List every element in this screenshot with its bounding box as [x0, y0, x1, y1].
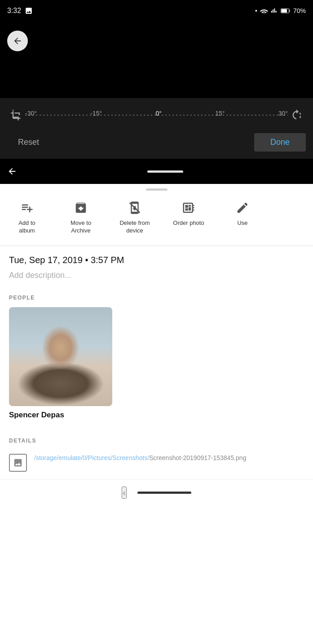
order-photo-icon	[181, 200, 197, 216]
file-icon	[9, 454, 27, 472]
add-album-icon	[19, 200, 35, 216]
rotation-scale: -30° -15° 0° 15° 30°	[7, 106, 306, 124]
add-description[interactable]: Add description...	[9, 271, 304, 280]
add-album-label: Add toalbum	[18, 219, 35, 235]
person-name[interactable]: Spencer Depas	[9, 411, 304, 420]
bottom-nav: ‹	[0, 479, 313, 506]
use-as-icon	[234, 200, 251, 216]
nav-back-button[interactable]	[7, 166, 17, 176]
person-face-photo	[9, 307, 112, 406]
photo-date: Tue, Sep 17, 2019 • 3:57 PM	[9, 255, 304, 265]
archive-icon	[73, 200, 89, 216]
people-section: PEOPLE Spencer Depas	[0, 295, 313, 429]
back-button[interactable]	[7, 31, 28, 51]
action-add-to-album[interactable]: Add toalbum	[0, 196, 54, 238]
gallery-icon	[25, 7, 33, 15]
photo-info-section: Tue, Sep 17, 2019 • 3:57 PM Add descript…	[0, 246, 313, 295]
svg-rect-2	[281, 9, 287, 12]
person-thumbnail[interactable]	[9, 307, 112, 406]
crop-icon[interactable]	[7, 106, 25, 124]
rotation-track[interactable]: -30° -15° 0° 15° 30°	[25, 110, 288, 121]
rotate-icon[interactable]	[288, 106, 306, 124]
done-button[interactable]: Done	[254, 133, 306, 152]
rotation-zero: 0°	[155, 110, 161, 117]
action-delete-from-device[interactable]: Delete fromdevice	[108, 196, 162, 238]
status-left: 3:32	[7, 7, 33, 15]
signal-icon	[271, 8, 278, 14]
action-order-photo[interactable]: Order photo	[162, 196, 216, 238]
rotation-bar: -30° -15° 0° 15° 30° Reset Done	[0, 98, 313, 159]
file-path: /storage/emulate/0/Pictures/Screenshots/…	[34, 454, 246, 463]
action-move-to-archive[interactable]: Move toArchive	[54, 196, 108, 238]
use-as-label: Use	[237, 219, 247, 227]
nav-bar	[0, 159, 313, 184]
bottom-pill	[137, 492, 191, 494]
details-section-header: DETAILS	[9, 438, 304, 444]
battery-percent: 70%	[293, 7, 306, 14]
status-bar: 3:32 • 70%	[0, 0, 313, 22]
file-name-text: Screenshot-20190917-153845.png	[149, 454, 246, 461]
dot-indicator: •	[255, 7, 257, 14]
status-time: 3:32	[7, 7, 21, 15]
delete-device-label: Delete fromdevice	[119, 219, 150, 235]
reset-button[interactable]: Reset	[7, 134, 50, 151]
rotation-actions: Reset Done	[7, 131, 306, 153]
rotation-plus30: 30°	[278, 110, 288, 117]
sheet-handle	[146, 188, 168, 191]
rotation-minus15: -15°	[90, 110, 102, 117]
people-section-header: PEOPLE	[9, 295, 304, 301]
file-details-row: /storage/emulate/0/Pictures/Screenshots/…	[9, 450, 304, 475]
rotation-minus30: -30°	[25, 110, 37, 117]
details-section: DETAILS /storage/emulate/0/Pictures/Scre…	[0, 429, 313, 479]
action-use-as[interactable]: Use	[216, 196, 269, 238]
status-right: • 70%	[255, 7, 306, 14]
svg-point-0	[263, 13, 265, 14]
sheet-handle-container	[0, 184, 313, 192]
rotation-plus15: 15°	[215, 110, 225, 117]
order-photo-label: Order photo	[173, 219, 204, 227]
bottom-back-button[interactable]: ‹	[122, 487, 127, 499]
file-path-text: /storage/emulate/0/Pictures/Screenshots/	[34, 454, 149, 461]
image-area	[0, 22, 313, 98]
archive-label: Move toArchive	[71, 219, 91, 235]
actions-row: Add toalbum Move toArchive Delete fromde…	[0, 192, 313, 246]
wifi-icon	[260, 8, 268, 14]
nav-pill	[147, 170, 183, 173]
delete-device-icon	[127, 200, 143, 216]
battery-icon	[281, 8, 291, 13]
